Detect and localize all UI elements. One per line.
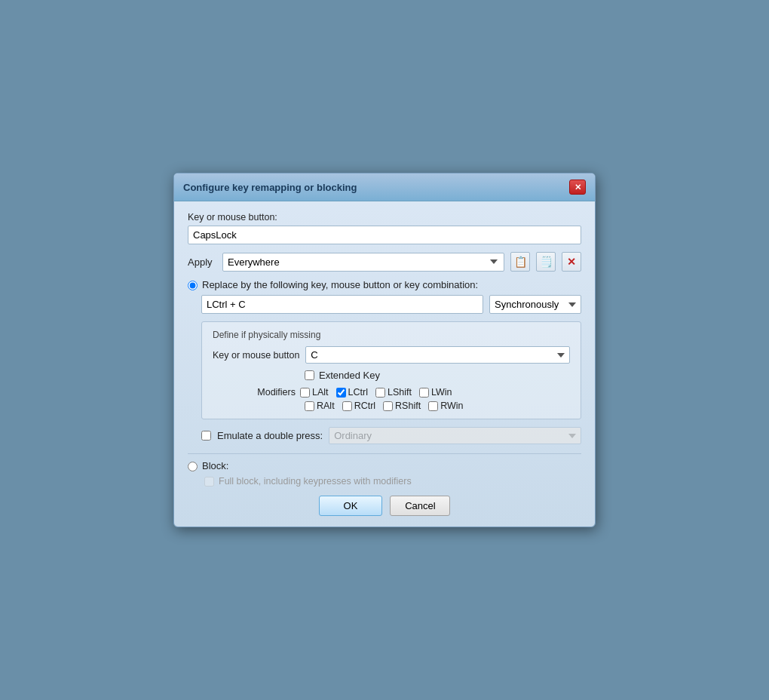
extended-key-checkbox[interactable] [305, 370, 314, 380]
block-section: Block: Full block, including keypresses … [188, 460, 581, 487]
modifiers-label: Modifiers [213, 387, 296, 398]
configure-dialog: Configure key remapping or blocking ✕ Ke… [173, 173, 596, 527]
cancel-button[interactable]: Cancel [390, 496, 450, 516]
double-press-dropdown[interactable]: Ordinary Fast Slow [329, 427, 581, 444]
mod-lshift-checkbox[interactable] [375, 388, 385, 398]
replace-content: Synchronously Asynchronously Define if p… [201, 295, 581, 444]
delete-icon-button[interactable]: ✕ [562, 252, 581, 272]
define-box-title: Define if physically missing [213, 330, 570, 340]
extended-key-label: Extended Key [319, 370, 380, 381]
extended-key-row: Extended Key [305, 370, 570, 381]
define-box: Define if physically missing Key or mous… [201, 321, 581, 419]
mod-lshift: LShift [375, 387, 412, 398]
block-radio[interactable] [188, 462, 198, 471]
mod-rctrl-label: RCtrl [354, 401, 375, 411]
key-mouse-label: Key or mouse button: [188, 212, 581, 223]
apply-dropdown[interactable]: Everywhere Active Window Active Process [222, 253, 504, 272]
double-press-checkbox[interactable] [201, 431, 211, 441]
mod-lalt: LAlt [300, 387, 329, 398]
dialog-title: Configure key remapping or blocking [183, 182, 357, 193]
full-block-label: Full block, including keypresses with mo… [219, 476, 412, 487]
mod-lalt-label: LAlt [312, 387, 329, 398]
apply-row: Apply Everywhere Active Window Active Pr… [188, 252, 581, 272]
mod-lwin-checkbox[interactable] [419, 388, 429, 398]
mod-rctrl: RCtrl [342, 401, 375, 411]
mod-ralt-label: RAlt [317, 401, 335, 411]
mod-rshift: RShift [383, 401, 421, 411]
dialog-body: Key or mouse button: Apply Everywhere Ac… [174, 201, 595, 527]
mod-rctrl-checkbox[interactable] [342, 401, 352, 411]
replace-radio[interactable] [188, 281, 198, 290]
replace-section: Replace by the following key, mouse butt… [188, 279, 581, 444]
mod-lctrl-label: LCtrl [348, 387, 368, 398]
double-press-label: Emulate a double press: [217, 430, 323, 441]
copy-icon-button[interactable]: 📋 [510, 252, 530, 272]
mod-lctrl: LCtrl [336, 387, 368, 398]
double-press-row: Emulate a double press: Ordinary Fast Sl… [201, 427, 581, 444]
replace-radio-label: Replace by the following key, mouse butt… [202, 279, 478, 290]
mod-lalt-checkbox[interactable] [300, 388, 310, 398]
divider [188, 453, 581, 454]
mod-ralt-checkbox[interactable] [305, 401, 314, 411]
apply-label: Apply [188, 256, 216, 268]
mod-rwin-checkbox[interactable] [428, 401, 438, 411]
full-block-checkbox[interactable] [204, 477, 214, 487]
key-combo-row: Synchronously Asynchronously [201, 295, 581, 314]
sync-dropdown[interactable]: Synchronously Asynchronously [489, 295, 581, 314]
mod-ralt: RAlt [305, 401, 335, 411]
replace-radio-row: Replace by the following key, mouse butt… [188, 279, 581, 290]
close-button[interactable]: ✕ [569, 180, 586, 195]
block-radio-label: Block: [202, 460, 228, 471]
mod-rshift-checkbox[interactable] [383, 401, 393, 411]
define-key-dropdown[interactable]: C A B D [305, 346, 570, 364]
define-key-label: Key or mouse button [213, 350, 299, 361]
mod-lshift-label: LShift [388, 387, 412, 398]
mod-lctrl-checkbox[interactable] [336, 388, 346, 398]
paste-icon-button[interactable]: 🗒️ [536, 252, 556, 272]
mod-lwin: LWin [419, 387, 452, 398]
mod-rwin-label: RWin [440, 401, 463, 411]
mod-rwin: RWin [428, 401, 463, 411]
block-radio-row: Block: [188, 460, 581, 471]
title-bar: Configure key remapping or blocking ✕ [174, 173, 595, 201]
modifiers-row2: RAlt RCtrl RShift [305, 401, 570, 411]
key-combo-input[interactable] [201, 295, 483, 314]
key-mouse-input[interactable] [188, 226, 581, 244]
mod-items-row2: RAlt RCtrl RShift [305, 401, 463, 411]
ok-button[interactable]: OK [319, 496, 383, 516]
mod-rshift-label: RShift [395, 401, 421, 411]
mod-items-row1: LAlt LCtrl LShift [300, 387, 452, 398]
buttons-row: OK Cancel [188, 496, 581, 516]
define-key-row: Key or mouse button C A B D [213, 346, 570, 364]
full-block-row: Full block, including keypresses with mo… [204, 476, 581, 487]
modifiers-row: Modifiers LAlt LCtrl [213, 387, 570, 398]
mod-lwin-label: LWin [431, 387, 452, 398]
